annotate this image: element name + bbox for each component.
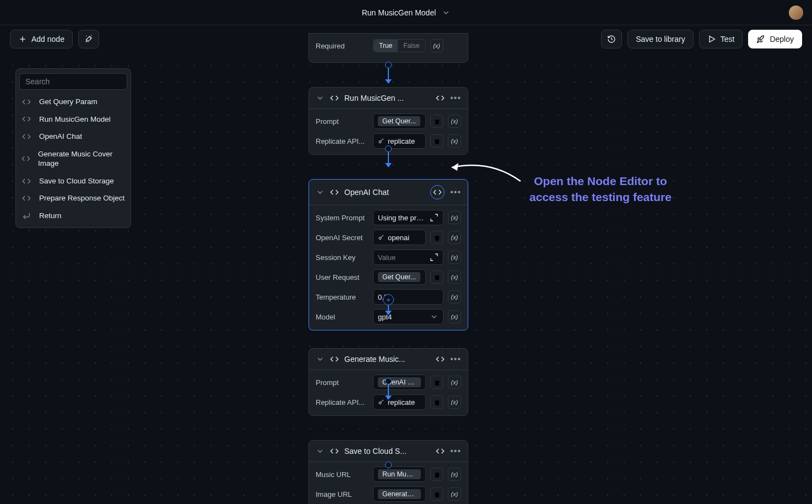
- test-label: Test: [721, 35, 735, 44]
- more-icon[interactable]: •••: [450, 93, 461, 103]
- play-icon: [707, 35, 716, 44]
- param-value[interactable]: Get Quer...: [373, 269, 426, 285]
- variable-button[interactable]: (x): [448, 231, 461, 244]
- search-item-openai-chat[interactable]: OpenAI Chat: [16, 128, 131, 145]
- search-item-return[interactable]: Return: [16, 207, 131, 225]
- variable-button[interactable]: (x): [448, 134, 461, 148]
- toggle-true[interactable]: True: [373, 40, 398, 52]
- code-icon: [21, 154, 30, 163]
- test-button[interactable]: Test: [699, 30, 743, 48]
- delete-button[interactable]: [430, 134, 443, 148]
- add-node-label: Add node: [31, 35, 64, 44]
- toggle-false[interactable]: False: [398, 40, 425, 52]
- avatar[interactable]: [789, 6, 803, 20]
- delete-button[interactable]: [430, 395, 443, 409]
- code-icon: [330, 447, 339, 456]
- node-partial[interactable]: Required True False (x): [308, 33, 468, 63]
- save-to-library-button[interactable]: Save to library: [627, 30, 693, 48]
- param-label: Session Key: [316, 253, 369, 262]
- variable-button[interactable]: (x): [448, 487, 461, 501]
- node-save-cloud[interactable]: Save to Cloud S... ••• Music URL Run Mus…: [308, 440, 468, 504]
- add-node-button[interactable]: Add node: [10, 30, 73, 48]
- magic-wand-button[interactable]: [78, 30, 99, 48]
- collapse-icon[interactable]: [316, 94, 324, 102]
- collapse-icon[interactable]: [316, 447, 324, 456]
- svg-line-8: [383, 236, 383, 236]
- code-icon: [21, 132, 31, 141]
- node-run-musicgen[interactable]: Run MusicGen ... ••• Prompt Get Quer... …: [308, 87, 468, 155]
- param-value[interactable]: openai: [373, 230, 426, 245]
- code-icon: [21, 97, 31, 106]
- svg-point-3: [379, 141, 381, 143]
- variable-button[interactable]: (x): [448, 290, 461, 304]
- variable-button[interactable]: (x): [448, 270, 461, 284]
- topbar: Run MusicGen Model: [0, 0, 812, 25]
- code-icon: [21, 177, 31, 186]
- search-item-run-musicgen[interactable]: Run MusicGen Model: [16, 111, 131, 128]
- variable-button[interactable]: (x): [448, 251, 461, 264]
- code-editor-icon[interactable]: [436, 355, 445, 364]
- delete-button[interactable]: [430, 468, 443, 481]
- variable-button[interactable]: (x): [448, 468, 461, 481]
- search-item-label: Run MusicGen Model: [39, 115, 111, 124]
- param-value[interactable]: replicate: [373, 133, 426, 149]
- delete-button[interactable]: [430, 270, 443, 284]
- search-panel: Search Get Query Param Run MusicGen Mode…: [15, 68, 131, 228]
- code-icon: [21, 194, 31, 203]
- delete-button[interactable]: [430, 487, 443, 501]
- search-item-get-query-param[interactable]: Get Query Param: [16, 93, 131, 111]
- collapse-icon[interactable]: [316, 355, 324, 364]
- save-library-label: Save to library: [636, 35, 685, 44]
- variable-button[interactable]: (x): [448, 395, 461, 409]
- more-icon[interactable]: •••: [450, 446, 461, 456]
- add-node-connector[interactable]: +: [383, 294, 394, 305]
- session-key-input[interactable]: [378, 253, 426, 262]
- search-input[interactable]: Search: [19, 73, 127, 90]
- delete-button[interactable]: [430, 115, 443, 128]
- history-button[interactable]: [601, 30, 622, 48]
- code-editor-icon[interactable]: [430, 185, 445, 199]
- expand-icon[interactable]: [430, 253, 439, 262]
- chevron-down-icon[interactable]: [430, 312, 439, 321]
- param-value[interactable]: gpt4: [373, 309, 443, 324]
- param-label: Music URL: [316, 470, 369, 479]
- search-item-prepare-response[interactable]: Prepare Response Object: [16, 189, 131, 207]
- param-value[interactable]: Using the provid...: [373, 210, 443, 225]
- search-placeholder: Search: [25, 77, 50, 86]
- search-item-generate-cover[interactable]: Generate Music Cover Image: [16, 145, 131, 172]
- deploy-button[interactable]: Deploy: [748, 30, 802, 48]
- svg-line-5: [383, 139, 383, 140]
- param-value[interactable]: Run Musi...: [373, 467, 426, 482]
- search-item-cloud-storage[interactable]: Save to Cloud Storage: [16, 172, 131, 190]
- code-editor-icon[interactable]: [436, 94, 445, 102]
- node-area: Required True False (x) Run MusicGen ...: [308, 53, 468, 504]
- collapse-icon[interactable]: [316, 188, 324, 197]
- variable-button[interactable]: (x): [448, 115, 461, 128]
- variable-button[interactable]: (x): [430, 39, 443, 52]
- delete-button[interactable]: [430, 376, 443, 389]
- param-label: Temperature: [316, 293, 369, 301]
- param-label: System Prompt: [316, 214, 369, 222]
- search-item-label: Return: [39, 211, 62, 221]
- history-icon: [607, 35, 616, 44]
- param-value[interactable]: Get Quer...: [373, 113, 426, 129]
- workflow-title-dropdown[interactable]: Run MusicGen Model: [362, 8, 451, 17]
- svg-point-6: [379, 237, 381, 240]
- variable-button[interactable]: (x): [448, 310, 461, 323]
- node-title: OpenAI Chat: [344, 188, 425, 197]
- svg-marker-2: [710, 36, 714, 42]
- canvas[interactable]: Search Get Query Param Run MusicGen Mode…: [0, 53, 812, 504]
- svg-line-4: [381, 139, 383, 141]
- variable-button[interactable]: (x): [448, 376, 461, 389]
- param-value[interactable]: [373, 250, 443, 265]
- param-value[interactable]: OpenAI C...: [373, 375, 426, 390]
- key-icon: [378, 399, 385, 405]
- variable-button[interactable]: (x): [448, 211, 461, 224]
- more-icon[interactable]: •••: [450, 354, 461, 364]
- param-value[interactable]: replicate: [373, 394, 426, 410]
- delete-button[interactable]: [430, 231, 443, 244]
- svg-marker-12: [452, 163, 458, 171]
- expand-icon[interactable]: [430, 213, 439, 222]
- param-value[interactable]: Generate ...: [373, 486, 426, 502]
- code-editor-icon[interactable]: [436, 447, 445, 456]
